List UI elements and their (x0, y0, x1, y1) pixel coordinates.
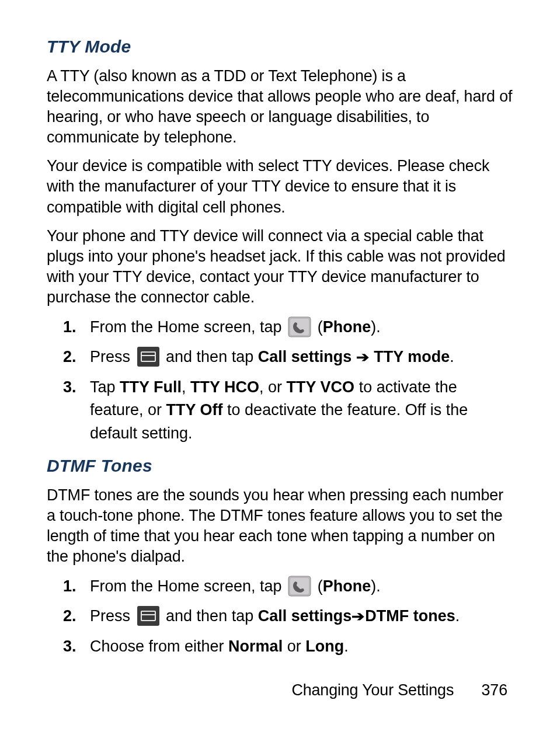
steps-list: From the Home screen, tap (Phone). Press… (47, 575, 513, 658)
menu-hardkey-icon (137, 346, 160, 367)
step-item: From the Home screen, tap (Phone). (88, 316, 513, 339)
step-text: or (283, 637, 305, 655)
step-text: , (182, 378, 190, 396)
step-text: From the Home screen, tap (90, 318, 286, 336)
step-item: Tap TTY Full, TTY HCO, or TTY VCO to act… (88, 376, 513, 444)
step-text: Press (90, 348, 135, 365)
bold-text: TTY mode (374, 348, 450, 365)
arrow-icon: ➔ (351, 607, 365, 627)
bold-text: Normal (228, 637, 283, 655)
step-text: . (455, 607, 460, 625)
bold-text: Phone (323, 577, 371, 595)
step-item: From the Home screen, tap (Phone). (88, 575, 513, 598)
step-text: From the Home screen, tap (90, 577, 286, 595)
step-text: . (450, 348, 454, 365)
step-text: , or (259, 378, 287, 396)
arrow-icon: ➔ (356, 347, 370, 368)
footer-section-title: Changing Your Settings (291, 681, 454, 699)
svg-rect-2 (137, 347, 159, 367)
paragraph: DTMF tones are the sounds you hear when … (47, 485, 513, 567)
paragraph: A TTY (also known as a TDD or Text Telep… (47, 66, 513, 148)
page-footer: Changing Your Settings 376 (291, 680, 507, 701)
step-text: and then tap (166, 348, 258, 365)
bold-text: TTY Off (166, 401, 223, 419)
phone-app-icon (288, 316, 311, 337)
menu-hardkey-icon (137, 605, 160, 626)
bold-text: Phone (323, 318, 371, 336)
step-text: ( (318, 318, 323, 336)
step-text: ( (318, 577, 323, 595)
heading-tty-mode: TTY Mode (47, 35, 513, 58)
step-text: and then tap (166, 607, 258, 625)
step-text: ). (371, 318, 381, 336)
bold-text: TTY VCO (287, 378, 355, 396)
step-text: ). (371, 577, 381, 595)
paragraph: Your phone and TTY device will connect v… (47, 226, 513, 308)
bold-text: TTY Full (120, 378, 182, 396)
svg-rect-7 (137, 606, 159, 626)
bold-text: TTY HCO (190, 378, 259, 396)
step-text: . (344, 637, 349, 655)
step-text: Press (90, 607, 135, 625)
step-item: Press and then tap Call settings ➔ TTY m… (88, 346, 513, 369)
steps-list: From the Home screen, tap (Phone). Press… (47, 316, 513, 445)
step-item: Press and then tap Call settings ➔ DTMF … (88, 605, 513, 628)
paragraph: Your device is compatible with select TT… (47, 156, 513, 217)
document-page: TTY Mode A TTY (also known as a TDD or T… (0, 0, 557, 756)
bold-text: DTMF tones (365, 607, 455, 625)
bold-text: Call settings (258, 607, 352, 625)
bold-text: Long (305, 637, 344, 655)
step-item: Choose from either Normal or Long. (88, 635, 513, 658)
step-text: Choose from either (90, 637, 228, 655)
step-text: Tap (90, 378, 120, 396)
footer-page-number: 376 (482, 681, 507, 699)
heading-dtmf-tones: DTMF Tones (47, 454, 513, 477)
bold-text: Call settings (258, 348, 352, 365)
phone-app-icon (288, 576, 311, 597)
